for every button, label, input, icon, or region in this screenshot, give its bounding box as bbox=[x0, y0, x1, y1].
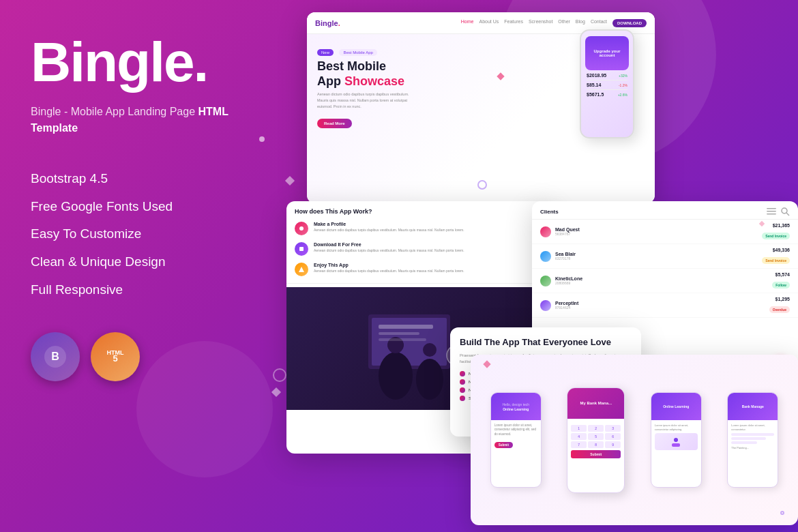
svg-rect-18 bbox=[767, 208, 776, 209]
svg-point-23 bbox=[674, 438, 678, 442]
svg-rect-20 bbox=[767, 213, 776, 215]
html5-badge: 5 HTML bbox=[91, 332, 140, 381]
bootstrap-badge: B bbox=[31, 332, 80, 381]
clients-title: Clients bbox=[540, 209, 559, 215]
mock-read-more-btn[interactable]: Read More bbox=[317, 119, 352, 128]
svg-rect-5 bbox=[299, 247, 304, 251]
subtitle: Bingle - Mobile App Landing Page HTML Te… bbox=[31, 104, 256, 136]
search-icon bbox=[780, 207, 790, 216]
mock-phone: Upgrade youraccount $2018.95 +32% $85.14… bbox=[580, 29, 634, 138]
feature-item-4: Clean & Unique Design bbox=[31, 254, 256, 271]
svg-rect-15 bbox=[379, 338, 426, 341]
section-divider bbox=[286, 283, 552, 284]
phones-deco-2 bbox=[780, 511, 784, 515]
check-dot-2 bbox=[460, 379, 465, 385]
feature-item-3: Easy To Customize bbox=[31, 226, 256, 243]
step-2-title: Download It For Free bbox=[314, 242, 544, 247]
svg-text:HTML: HTML bbox=[107, 349, 124, 356]
mini-phone-3: Online Learning Lorem ipsum dolor sit am… bbox=[651, 392, 702, 488]
step-3-desc: Aenean dictum odio dapibus turpis dapibu… bbox=[314, 269, 544, 274]
mock-hero-desc: Aenean dictum odio dapibus turpis dapibu… bbox=[317, 91, 413, 109]
step-1-title: Make a Profile bbox=[314, 222, 544, 226]
svg-point-4 bbox=[299, 226, 304, 231]
phone-account-row-1: $2018.95 +32% bbox=[587, 73, 627, 78]
feature-item-1: Bootstrap 4.5 bbox=[31, 171, 256, 188]
phone-account-row-3: $5671.5 +2.6% bbox=[587, 92, 627, 97]
check-dot-3 bbox=[460, 387, 465, 393]
scr-deco-2 bbox=[477, 180, 487, 190]
client-avatar-3 bbox=[540, 276, 551, 286]
feature-item-5: Full Responsive bbox=[31, 282, 256, 299]
tech-badges: B 5 HTML bbox=[31, 332, 256, 381]
build-title: Build The App That Everyonee Love bbox=[460, 337, 632, 349]
step-1-desc: Aenean dictum odio dapibus turpis dapibu… bbox=[314, 228, 544, 233]
svg-line-22 bbox=[786, 213, 789, 216]
bootstrap-icon: B bbox=[43, 344, 68, 369]
brand-title: Bingle. bbox=[31, 34, 256, 90]
step-2-icon bbox=[295, 242, 308, 256]
features-list: Bootstrap 4.5 Free Google Fonts Used Eas… bbox=[31, 171, 256, 298]
svg-rect-14 bbox=[379, 332, 419, 335]
clients-header: Clients bbox=[532, 201, 798, 220]
svg-text:B: B bbox=[51, 351, 59, 362]
phone-screen: Upgrade youraccount bbox=[585, 36, 629, 70]
left-panel: Bingle. Bingle - Mobile App Landing Page… bbox=[0, 0, 286, 532]
step-3-icon bbox=[295, 263, 308, 276]
svg-rect-19 bbox=[767, 211, 776, 212]
check-dot-4 bbox=[460, 396, 465, 401]
client-avatar-2 bbox=[540, 251, 551, 262]
phones-deco-1 bbox=[483, 360, 490, 368]
mini-phone-1: Hello, design tech Online Learning Lorem… bbox=[490, 392, 542, 488]
mini-keyboard: 1 2 3 4 5 6 7 8 9 bbox=[571, 425, 621, 448]
client-row-4: PerceptInt 87914624 $1,295 Overdue bbox=[532, 293, 798, 318]
phone-account-row-2: $85.14 -1.2% bbox=[587, 83, 627, 87]
mini-phone-2: My Bank Mana... 1 2 3 4 5 6 7 8 9 Submit bbox=[567, 387, 625, 493]
how-works-title: How does This App Work? bbox=[286, 201, 552, 218]
svg-rect-24 bbox=[672, 443, 680, 447]
menu-icon bbox=[767, 207, 776, 216]
step-3-title: Enjoy This App bbox=[314, 263, 544, 267]
step-1-icon bbox=[295, 222, 308, 235]
svg-point-11 bbox=[416, 359, 443, 400]
step-1: Make a Profile Aenean dictum odio dapibu… bbox=[286, 218, 552, 239]
illustration-icon bbox=[669, 435, 683, 449]
client-avatar-1 bbox=[540, 226, 551, 237]
svg-rect-13 bbox=[379, 325, 433, 329]
svg-point-21 bbox=[782, 208, 787, 213]
step-3: Enjoy This App Aenean dictum odio dapibu… bbox=[286, 259, 552, 280]
svg-marker-6 bbox=[299, 267, 304, 272]
html5-icon: 5 HTML bbox=[103, 344, 128, 369]
check-dot-1 bbox=[460, 371, 465, 376]
step-2-desc: Aenean dictum odio dapibus turpis dapibu… bbox=[314, 248, 544, 253]
mock-phone-container: Upgrade youraccount $2018.95 +32% $85.14… bbox=[559, 16, 648, 166]
svg-point-12 bbox=[423, 343, 437, 357]
client-row-2: Sea Blair 63270178 $49,336 Send Invoice bbox=[532, 244, 798, 269]
right-panel: Bingle. Home About Us Features Screensho… bbox=[280, 0, 798, 532]
client-avatar-4 bbox=[540, 300, 551, 311]
screenshot-phones-bottom: Hello, design tech Online Learning Lorem… bbox=[471, 355, 798, 525]
feature-item-2: Free Google Fonts Used bbox=[31, 198, 256, 216]
mock-logo: Bingle. bbox=[315, 19, 340, 27]
mini-submit-btn[interactable]: Submit bbox=[571, 450, 621, 458]
step-2: Download It For Free Aenean dictum odio … bbox=[286, 239, 552, 259]
mini-phone-4: Bank Manage Lorem ipsum dolor sit amet, … bbox=[727, 392, 778, 488]
screenshot-main: Bingle. Home About Us Features Screensho… bbox=[307, 12, 655, 203]
svg-point-9 bbox=[379, 352, 413, 400]
client-row-3: KineticLone 20808669 $5,574 Follow bbox=[532, 269, 798, 293]
